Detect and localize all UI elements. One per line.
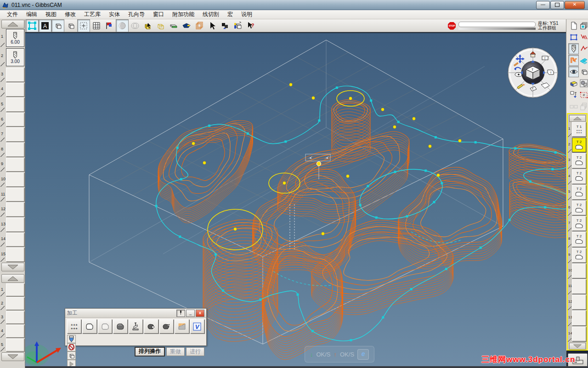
workgroup-stack-icon[interactable] bbox=[578, 20, 588, 31]
operation-box[interactable]: T 2 bbox=[572, 185, 586, 200]
tool-slot-box[interactable] bbox=[6, 143, 24, 157]
tool-slot-box[interactable] bbox=[6, 127, 24, 142]
operation-box[interactable]: T 2 bbox=[572, 248, 586, 263]
menu-item-2[interactable]: 编辑 bbox=[22, 10, 41, 19]
workgroup-slot-box[interactable] bbox=[6, 339, 24, 351]
cube-axis-icon[interactable] bbox=[232, 19, 244, 32]
redo-button[interactable]: 重做 bbox=[166, 347, 185, 356]
tool-slot-5[interactable]: 5 bbox=[0, 97, 25, 112]
tool-slot-box[interactable] bbox=[6, 233, 24, 247]
palette-minimize-button[interactable]: _ bbox=[186, 310, 195, 317]
operation-slot-14[interactable]: 14 bbox=[568, 326, 587, 342]
cube-icon[interactable] bbox=[578, 66, 588, 77]
select-rect-icon[interactable] bbox=[568, 32, 579, 43]
profile-icon[interactable] bbox=[578, 43, 588, 54]
tool-slot-box[interactable] bbox=[6, 172, 24, 187]
workgroup-list-up-arrow[interactable] bbox=[1, 274, 24, 283]
operation-slot-7[interactable]: 7T 2 bbox=[568, 216, 587, 231]
tool-list-down-arrow[interactable] bbox=[1, 263, 24, 271]
operation-box[interactable]: T 2 bbox=[572, 169, 586, 184]
workgroup-slot-1[interactable]: 1 bbox=[0, 283, 25, 297]
operation-slot-2[interactable]: 2T 2 bbox=[568, 137, 587, 153]
play-button[interactable] bbox=[67, 360, 76, 366]
feed-up-label[interactable]: OK/S bbox=[340, 351, 354, 358]
operation-slot-10[interactable]: 10 bbox=[568, 263, 587, 279]
operation-slot-3[interactable]: 3T 2 bbox=[568, 153, 587, 168]
tool-slot-2[interactable]: 23.00 bbox=[0, 48, 25, 67]
operation-slot-6[interactable]: 6T 2 bbox=[568, 200, 587, 216]
operation-slot-1[interactable]: 1T 1++++++ bbox=[568, 121, 587, 137]
workgroup-slot-4[interactable]: 4 bbox=[0, 324, 25, 338]
workgroup-slot-box[interactable] bbox=[6, 325, 24, 338]
operation-box[interactable] bbox=[572, 310, 586, 325]
tool-slot-13[interactable]: 13 bbox=[0, 217, 25, 232]
selection-frame-icon[interactable] bbox=[26, 19, 39, 32]
workgroup-list-down-arrow[interactable] bbox=[1, 352, 24, 361]
tool-slot-box[interactable]: 3.00 bbox=[6, 48, 24, 66]
tool-slot-box[interactable] bbox=[6, 68, 24, 82]
operation-slot-11[interactable]: 11 bbox=[568, 279, 587, 294]
tool-slot-10[interactable]: 10 bbox=[0, 172, 25, 187]
operation-slot-12[interactable]: 12 bbox=[568, 294, 587, 310]
menu-item-6[interactable]: 实体 bbox=[105, 10, 124, 19]
menu-item-7[interactable]: 孔向导 bbox=[124, 10, 149, 19]
browser-button[interactable]: e bbox=[357, 349, 369, 360]
viewport[interactable]: T T K bbox=[25, 32, 566, 366]
tool-slot-9[interactable]: 9 bbox=[0, 157, 25, 172]
engrave-button[interactable] bbox=[159, 319, 174, 334]
render-icon[interactable] bbox=[578, 78, 588, 89]
solid-icon[interactable] bbox=[568, 78, 579, 89]
cube-shaded-icon[interactable] bbox=[51, 19, 64, 32]
feed-up-icon[interactable]: ↑ bbox=[334, 351, 337, 358]
tool-slot-8[interactable]: 8 bbox=[0, 142, 25, 157]
tool-slot-box[interactable] bbox=[6, 218, 24, 232]
proceed-button[interactable]: 进行 bbox=[186, 347, 204, 356]
operation-slot-8[interactable]: 8T 2 bbox=[568, 231, 587, 247]
view-trackball[interactable]: T T K bbox=[506, 46, 560, 99]
operation-box[interactable]: T 1++++++ bbox=[572, 122, 586, 137]
tool-slot-12[interactable]: 12 bbox=[0, 202, 25, 217]
menu-item-10[interactable]: 线切割 bbox=[198, 10, 223, 19]
tool-slot-6[interactable]: 6 bbox=[0, 112, 25, 127]
surface-mill-button[interactable] bbox=[113, 319, 127, 334]
tool-slot-box[interactable] bbox=[6, 113, 24, 127]
close-button[interactable]: ✕ bbox=[565, 1, 585, 9]
tool-slot-box[interactable] bbox=[6, 98, 24, 112]
measure-icon[interactable] bbox=[578, 32, 588, 43]
operation-box[interactable]: T 2 bbox=[572, 216, 586, 231]
tool-slot-box[interactable] bbox=[6, 188, 24, 202]
operation-box[interactable]: T 2 bbox=[572, 153, 586, 168]
document-icon[interactable] bbox=[568, 20, 579, 31]
stock-button[interactable] bbox=[67, 351, 76, 360]
operation-slot-5[interactable]: 5T 2 bbox=[568, 184, 587, 200]
tool-slot-4[interactable]: 4 bbox=[0, 82, 25, 98]
feed-down-label[interactable]: OK/S bbox=[316, 351, 330, 358]
feed-down-icon[interactable]: ↓ bbox=[310, 351, 313, 358]
tool-slot-14[interactable]: 14 bbox=[0, 232, 25, 247]
workgroup-slot-3[interactable]: 3 bbox=[0, 310, 25, 324]
toolpath-icon[interactable] bbox=[568, 55, 579, 66]
maximize-button[interactable] bbox=[550, 1, 564, 9]
eye-icon[interactable] bbox=[568, 66, 579, 77]
workgroup-slot-box[interactable] bbox=[6, 297, 24, 310]
operation-box[interactable]: T 2 bbox=[572, 138, 586, 152]
tool-slot-7[interactable]: 7 bbox=[0, 127, 25, 142]
stop-icon[interactable]: STOP bbox=[448, 22, 456, 30]
tool-slot-box[interactable]: 6.00 bbox=[6, 29, 24, 47]
operations-down-arrow[interactable] bbox=[569, 343, 586, 350]
cube-wire-icon[interactable] bbox=[154, 19, 167, 32]
operations-up-arrow[interactable] bbox=[569, 115, 586, 122]
layer-stack-icon[interactable] bbox=[578, 101, 588, 112]
tool-slot-1[interactable]: 16.00 bbox=[0, 29, 25, 47]
workgroup-slot-2[interactable]: 2 bbox=[0, 297, 25, 310]
menu-item-4[interactable]: 修改 bbox=[61, 10, 80, 19]
arrange-operations-button[interactable]: 排列操作 bbox=[135, 347, 165, 356]
pocket-button[interactable] bbox=[98, 319, 112, 334]
tool-slot-box[interactable] bbox=[6, 158, 24, 172]
pointer-icon[interactable] bbox=[206, 19, 219, 32]
pair-icon[interactable] bbox=[568, 101, 579, 112]
workgroup-slot-5[interactable]: 5 bbox=[0, 338, 25, 352]
operation-box[interactable] bbox=[572, 295, 586, 310]
operation-box[interactable]: T 2 bbox=[572, 201, 586, 215]
workgroup-slot-box[interactable] bbox=[6, 311, 24, 324]
